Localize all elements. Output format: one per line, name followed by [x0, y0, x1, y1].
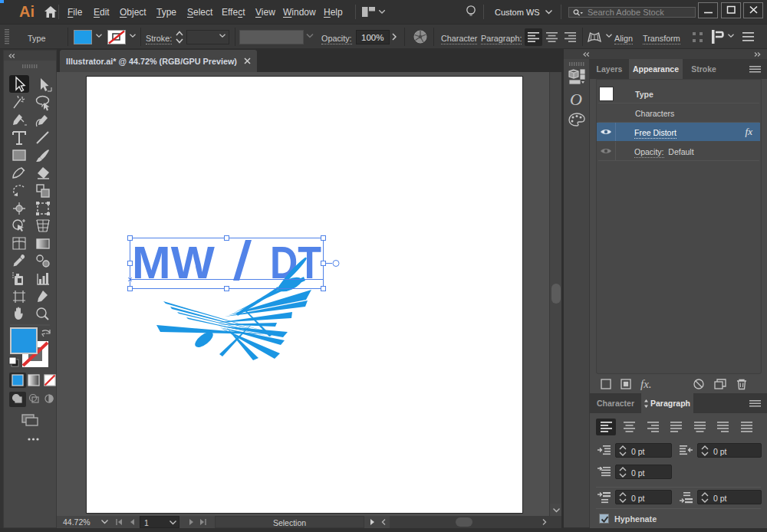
svg-text:MW: MW — [132, 237, 215, 288]
svg-text:fx.: fx. — [640, 378, 652, 390]
